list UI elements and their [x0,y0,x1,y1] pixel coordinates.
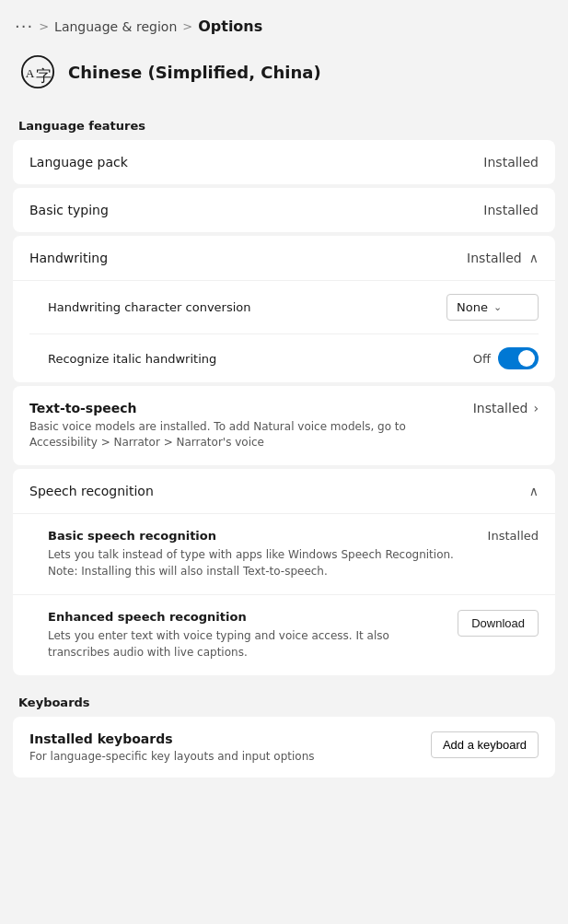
char-conversion-row: Handwriting character conversion None ⌄ [29,281,539,334]
speech-recognition-body: Basic speech recognition Lets you talk i… [13,514,555,675]
chevron-down-icon: ⌄ [493,301,502,313]
keyboards-section: Keyboards Installed keyboards For langua… [0,686,568,778]
language-pack-row: Language pack Installed [13,140,555,184]
breadcrumb-sep1: > [39,19,49,33]
recognize-italic-label: Recognize italic handwriting [29,352,216,366]
keyboards-section-label: Keyboards [0,686,568,717]
speech-recognition-card: Speech recognition ∧ Basic speech recogn… [13,469,555,675]
basic-typing-status: Installed [483,203,539,217]
breadcrumb-sep2: > [182,19,192,33]
handwriting-card: Handwriting Installed ∧ Handwriting char… [13,236,555,382]
handwriting-header[interactable]: Handwriting Installed ∧ [13,236,555,281]
basic-typing-card: Basic typing Installed [13,188,555,232]
char-conversion-dropdown[interactable]: None ⌄ [446,294,539,321]
char-conversion-label: Handwriting character conversion [29,300,251,314]
language-pack-status: Installed [483,155,539,170]
svg-text:A: A [26,66,35,80]
keyboards-card: Installed keyboards For language-specifi… [13,717,555,778]
toggle-knob [518,350,535,367]
handwriting-status: Installed [467,251,522,265]
enhanced-speech-action: Download [458,610,539,637]
download-button[interactable]: Download [458,610,539,637]
handwriting-status-row: Installed ∧ [467,251,539,265]
language-title: Chinese (Simplified, China) [68,63,321,82]
breadcrumb-dots[interactable]: ··· [15,17,33,36]
keyboards-text-block: Installed keyboards For language-specifi… [29,731,431,763]
breadcrumb: ··· > Language & region > Options [0,0,568,45]
language-pack-card: Language pack Installed [13,140,555,184]
language-features-label: Language features [0,110,568,140]
basic-speech-text: Basic speech recognition Lets you talk i… [29,529,488,579]
basic-speech-title: Basic speech recognition [48,529,473,543]
speech-collapse-icon[interactable]: ∧ [529,484,539,498]
installed-keyboards-title: Installed keyboards [29,731,431,746]
language-header: A 字 Chinese (Simplified, China) [0,45,568,110]
basic-speech-desc: Lets you talk instead of type with apps … [48,546,473,579]
speech-recognition-header[interactable]: Speech recognition ∧ [13,469,555,514]
char-conversion-value: None [457,300,488,314]
language-icon: A 字 [18,53,57,91]
keyboards-row: Installed keyboards For language-specifi… [13,717,555,778]
breadcrumb-lang-region[interactable]: Language & region [54,19,177,34]
enhanced-speech-title: Enhanced speech recognition [48,610,443,624]
tts-desc: Basic voice models are installed. To add… [29,419,458,450]
tts-status: Installed [473,401,528,415]
tts-title: Text-to-speech [29,401,458,415]
handwriting-body: Handwriting character conversion None ⌄ … [13,281,555,382]
recognize-italic-toggle-wrap: Off [473,347,539,369]
basic-speech-row: Basic speech recognition Lets you talk i… [13,514,555,595]
enhanced-speech-row: Enhanced speech recognition Lets you ent… [13,595,555,675]
enhanced-speech-text: Enhanced speech recognition Lets you ent… [29,610,458,661]
recognize-italic-row: Recognize italic handwriting Off [29,334,539,382]
add-keyboard-button[interactable]: Add a keyboard [431,731,539,758]
basic-typing-row: Basic typing Installed [13,188,555,232]
speech-recognition-label: Speech recognition [29,484,154,498]
handwriting-label: Handwriting [29,251,108,265]
language-pack-label: Language pack [29,155,128,170]
tts-text-block: Text-to-speech Basic voice models are in… [29,401,473,450]
basic-typing-label: Basic typing [29,203,109,217]
basic-speech-status-text: Installed [488,529,539,543]
basic-speech-status: Installed [488,529,539,543]
tts-card: Text-to-speech Basic voice models are in… [13,386,555,465]
enhanced-speech-desc: Lets you enter text with voice typing an… [48,627,443,661]
breadcrumb-options: Options [198,18,262,35]
tts-row[interactable]: Text-to-speech Basic voice models are in… [13,386,555,465]
chevron-right-icon: › [533,401,539,415]
toggle-off-label: Off [473,352,491,366]
handwriting-collapse-icon[interactable]: ∧ [529,251,539,265]
tts-right: Installed › [473,401,539,415]
svg-text:字: 字 [36,67,52,85]
installed-keyboards-desc: For language-specific key layouts and in… [29,750,431,763]
recognize-italic-toggle[interactable] [498,347,539,369]
